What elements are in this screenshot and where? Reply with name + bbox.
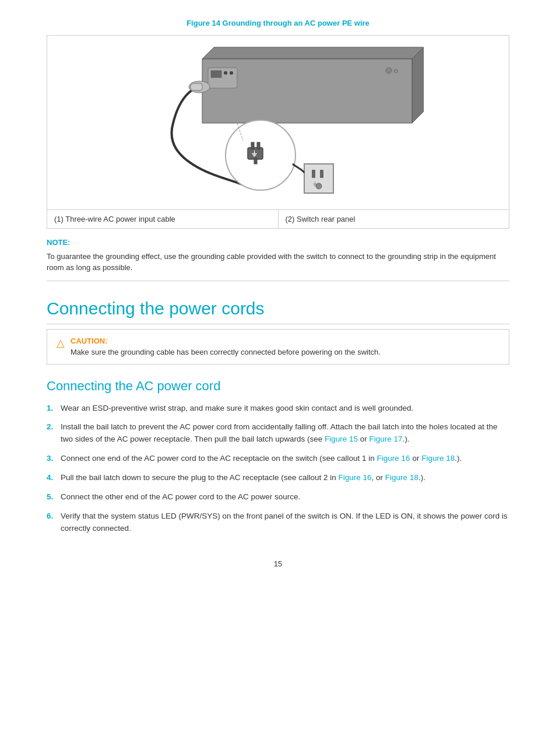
step-5-text: Connect the other end of the AC power co…	[61, 491, 509, 503]
caution-icon-wrapper: △	[57, 335, 65, 351]
step-5-number: 5.	[47, 491, 61, 503]
step-3-link-figure16[interactable]: Figure 16	[377, 454, 410, 463]
note-label: NOTE:	[47, 237, 509, 249]
svg-marker-1	[412, 47, 424, 123]
step-3: 3. Connect one end of the AC power cord …	[47, 453, 509, 465]
step-2-text: Install the bail latch to prevent the AC…	[61, 421, 509, 446]
svg-rect-14	[254, 158, 257, 164]
section-connecting-power-cords-title: Connecting the power cords	[47, 295, 509, 324]
steps-list: 1. Wear an ESD-preventive wrist strap, a…	[47, 402, 509, 535]
svg-rect-23	[191, 83, 202, 90]
step-2-number: 2.	[47, 421, 61, 433]
step-6-number: 6.	[47, 510, 61, 523]
svg-rect-17	[312, 170, 315, 178]
svg-text:⊙: ⊙	[393, 68, 398, 74]
svg-marker-0	[202, 47, 424, 59]
step-3-text: Connect one end of the AC power cord to …	[61, 453, 509, 465]
caution-content: CAUTION: Make sure the grounding cable h…	[71, 335, 381, 358]
section-connecting-ac-cord-title: Connecting the AC power cord	[47, 376, 509, 396]
note-block: NOTE: To guarantee the grounding effect,…	[47, 237, 509, 281]
caution-label: CAUTION:	[71, 335, 381, 347]
figure-legend-item-2: (2) Switch rear panel	[279, 210, 509, 229]
step-1: 1. Wear an ESD-preventive wrist strap, a…	[47, 402, 509, 415]
step-4-link-figure18[interactable]: Figure 18	[385, 473, 418, 482]
step-2-link-figure15[interactable]: Figure 15	[325, 435, 358, 443]
svg-text:⏚: ⏚	[252, 148, 257, 158]
svg-rect-4	[211, 71, 221, 78]
caution-block: △ CAUTION: Make sure the grounding cable…	[47, 329, 509, 365]
figure-caption: Figure 14 Grounding through an AC power …	[47, 18, 509, 29]
figure-legend: (1) Three-wire AC power input cable (2) …	[47, 209, 509, 229]
svg-text:⏚: ⏚	[313, 179, 318, 187]
step-4-link-figure16[interactable]: Figure 16	[339, 473, 372, 482]
step-2: 2. Install the bail latch to prevent the…	[47, 421, 509, 446]
step-6-text: Verify that the system status LED (PWR/S…	[61, 510, 509, 535]
step-4-text: Pull the bail latch down to secure the p…	[61, 472, 509, 484]
step-1-text: Wear an ESD-preventive wrist strap, and …	[61, 402, 509, 415]
step-3-number: 3.	[47, 453, 61, 465]
caution-text: Make sure the grounding cable has been c…	[71, 346, 381, 358]
diagram-wrapper: ⊙ ⏚ ⏚	[47, 36, 509, 205]
note-text: To guarantee the grounding effect, use t…	[47, 251, 509, 274]
svg-rect-13	[257, 142, 260, 149]
step-4: 4. Pull the bail latch down to secure th…	[47, 472, 509, 484]
caution-triangle-icon: △	[57, 337, 65, 349]
figure-legend-item-1: (1) Three-wire AC power input cable	[47, 210, 279, 229]
figure-container: ⊙ ⏚ ⏚	[47, 35, 509, 229]
svg-point-7	[386, 68, 392, 74]
svg-point-5	[224, 71, 227, 75]
step-3-link-figure18[interactable]: Figure 18	[421, 454, 455, 463]
step-5: 5. Connect the other end of the AC power…	[47, 491, 509, 503]
step-2-link-figure17[interactable]: Figure 17	[370, 435, 403, 443]
figure-diagram: ⊙ ⏚ ⏚	[132, 41, 424, 205]
svg-rect-18	[320, 170, 323, 178]
step-6: 6. Verify that the system status LED (PW…	[47, 510, 509, 535]
step-1-number: 1.	[47, 402, 61, 415]
svg-point-6	[230, 71, 233, 75]
page-number: 15	[47, 558, 509, 570]
step-4-number: 4.	[47, 472, 61, 484]
